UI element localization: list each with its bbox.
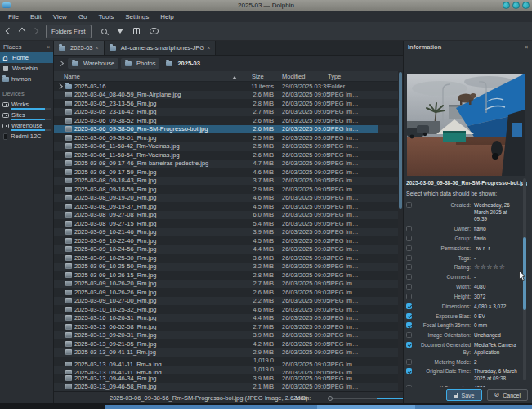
places-item[interactable]: hwmon [0,74,53,84]
breadcrumb-item[interactable]: Warehouse [68,58,118,69]
file-row[interactable]: 2025-03-13_06-52-58_Rm.jpg 2.7 MiB 26/03… [54,322,398,331]
file-row[interactable]: 2025-03-08_09-27-08_Rm.jpg 6.0 MiB 26/03… [54,211,398,220]
places-item[interactable]: Sites [0,110,53,120]
file-row[interactable]: 2025-03-09_10-26-26_Rm.jpg 2.6 MiB 26/03… [54,288,398,297]
menu-item[interactable]: Settings [119,13,154,20]
folder-tab[interactable]: 2025-03 [54,41,105,55]
file-row[interactable]: 2025-03-13_09-46-58_Rm.jpg 2.1 MiB 26/03… [54,383,398,392]
info-close-icon[interactable] [525,44,528,50]
file-row[interactable]: 2025-03-09_10-26-15_Rm.jpg 2.8 MiB 26/03… [54,271,398,280]
places-item[interactable]: Warehouse [0,120,53,131]
file-row[interactable]: 2025-03-06_11-58-42_Rm-Vacinas.jpg 2.5 M… [54,142,398,151]
close-icon[interactable] [522,2,530,9]
file-row[interactable]: 2025-03-04_08-40-59_Rm-Airplane.jpg 2.6 … [54,91,398,100]
field-checkbox[interactable] [406,274,412,280]
save-button[interactable]: Save [446,389,482,401]
file-row[interactable]: 2025-03-08_09-19-37_Rm.jpg 4.5 MiB 26/03… [54,202,398,211]
menu-item[interactable]: Help [154,13,179,20]
forward-icon[interactable] [32,28,38,34]
field-checkbox[interactable] [406,202,412,208]
field-checkbox[interactable] [406,284,412,290]
places-item[interactable]: Devices [0,88,53,99]
maximize-icon[interactable] [512,2,520,9]
menu-item[interactable]: File [2,13,25,20]
field-checkbox[interactable] [406,226,412,231]
places-item[interactable]: Works [0,99,53,110]
file-row[interactable]: 2025-03-09_10-25-50_Rm.jpg 3.2 MiB 26/03… [54,263,398,272]
field-checkbox[interactable] [406,303,412,309]
column-size[interactable]: Size [247,73,278,80]
column-modified[interactable]: Modified [278,73,325,80]
file-row[interactable]: 2025-03-06_11-58-54_Rm-Vacinas.jpg 2.6 M… [54,151,398,160]
file-row[interactable]: 2025-03-08_09-19-20_Rm.jpg 4.6 MiB 26/03… [54,194,398,203]
breadcrumb-item[interactable]: 2025-03 [162,58,204,69]
menu-item[interactable]: Tools [93,13,120,20]
breadcrumb-chevron-icon[interactable] [58,61,64,66]
column-name[interactable]: Name [54,73,247,80]
file-row[interactable]: 2025-03-08_09-18-59_Rm.jpg 2.9 MiB 26/03… [54,185,398,194]
file-row[interactable]: 2025-03-09_10-24-56_Rm.jpg 4.4 MiB 26/03… [54,245,398,254]
field-checkbox[interactable] [406,359,412,365]
places-item[interactable]: Wastebin [0,63,53,74]
menu-item[interactable]: View [47,13,73,20]
field-checkbox[interactable] [406,368,412,374]
file-row[interactable]: 2025-03-13_09-20-31_Rm.jpg 3.9 MiB 26/03… [54,331,398,340]
tab-close-icon[interactable] [96,45,99,51]
file-row[interactable]: 2025-03-16 11 items 29/03/2025 03:39 Fol… [54,82,398,91]
up-icon[interactable] [19,28,25,34]
file-row[interactable]: 2025-03-08_09-17-59_Rm.jpg 4.6 MiB 26/03… [54,168,398,177]
file-row[interactable]: 2025-03-09_10-21-46_Rm.jpg 3.9 MiB 26/03… [54,228,398,237]
scrollbar-thumb[interactable] [399,72,402,209]
field-checkbox[interactable] [406,245,412,251]
menu-item[interactable]: Edit [25,13,47,20]
file-row[interactable]: 2025-03-13_09-46-34_Rm.jpg 3.9 MiB 26/03… [54,374,398,383]
folders-first-button[interactable]: Folders First [46,25,92,38]
file-row[interactable]: 2025-03-06_09-38-56_Rm-SM-Progresso-boi.… [54,125,398,134]
file-row[interactable]: 2025-03-09_10-27-00_Rm.jpg 2.2 MiB 26/03… [54,297,398,306]
file-row[interactable]: 2025-03-09_10-25-30_Rm.jpg 3.6 MiB 26/03… [54,254,398,263]
expand-arrow-icon[interactable] [57,83,62,88]
file-row[interactable]: 2025-03-09_10-26-20_Rm.jpg 2.7 MiB 26/03… [54,280,398,289]
field-checkbox[interactable] [406,322,412,328]
column-type[interactable]: Type [325,73,378,80]
file-row[interactable]: 2025-03-08_09-18-43_Rm.jpg 3.7 MiB 26/03… [54,177,398,186]
zoom-slider-handle[interactable] [328,396,333,401]
places-close-icon[interactable] [47,44,50,50]
file-row[interactable]: 2025-03-06_09-39-01_Rm.jpg 2.5 MiB 26/03… [54,133,398,142]
info-panel-scrollbar[interactable] [523,178,526,380]
field-checkbox[interactable] [406,236,412,241]
back-icon[interactable] [6,28,12,34]
file-row[interactable]: 2025-03-10_10-25-32_Rm.jpg 4.6 MiB 26/03… [54,305,398,314]
field-checkbox[interactable] [406,264,412,270]
cancel-button[interactable]: Cancel [487,389,529,401]
menu-item[interactable]: Go [73,13,93,20]
file-row[interactable]: 2025-03-08_09-27-15_Rm.jpg 5.4 MiB 26/03… [54,219,398,228]
file-row[interactable]: 2025-03-13_09-41-11_Rm-b.jpg 1,019.0 … 2… [54,366,398,375]
split-view-icon[interactable] [133,28,140,34]
field-checkbox[interactable] [406,385,412,387]
file-row[interactable]: 2025-03-13_09-41-11_Rm-a.jpg 1,019.0 … 2… [54,357,398,366]
field-checkbox[interactable] [406,332,412,338]
file-row[interactable]: 2025-03-09_10-22-40_Rm.jpg 4.5 MiB 26/03… [54,236,398,245]
scrollbar-thumb[interactable] [523,237,526,310]
file-row[interactable]: 2025-03-05_23-16-42_Rm.jpg 2.7 MiB 26/03… [54,108,398,117]
search-icon[interactable] [101,29,107,34]
minimize-icon[interactable] [503,2,510,9]
zoom-slider[interactable] [329,398,405,399]
tab-close-icon[interactable] [207,45,210,51]
file-row[interactable]: 2025-03-05_23-13-56_Rm.jpg 2.8 MiB 26/03… [54,99,398,108]
places-item[interactable]: Home [0,52,53,63]
filter-icon[interactable] [117,29,123,34]
breadcrumb-item[interactable]: Photos [121,58,159,69]
field-checkbox[interactable] [406,342,412,348]
places-item[interactable]: Redmi 12C [0,131,53,142]
file-row[interactable]: 2025-03-06_09-38-52_Rm.jpg 2.6 MiB 26/03… [54,116,398,125]
file-row[interactable]: 2025-03-13_09-21-05_Rm.jpg 4.2 MiB 26/03… [54,339,398,348]
field-checkbox[interactable] [406,313,412,319]
file-row[interactable]: 2025-03-10_10-26-31_Rm.jpg 4.4 MiB 26/03… [54,314,398,323]
folder-tab[interactable]: All-cameras-smartphones-JPG [105,41,217,55]
file-row[interactable]: 2025-03-08_09-17-46_Rm-barreiras-pedestr… [54,160,398,169]
preview-icon[interactable] [150,28,159,34]
field-checkbox[interactable] [406,294,412,299]
file-row[interactable]: 2025-03-13_09-41-11_Rm.jpg 2.9 MiB 26/03… [54,348,398,357]
